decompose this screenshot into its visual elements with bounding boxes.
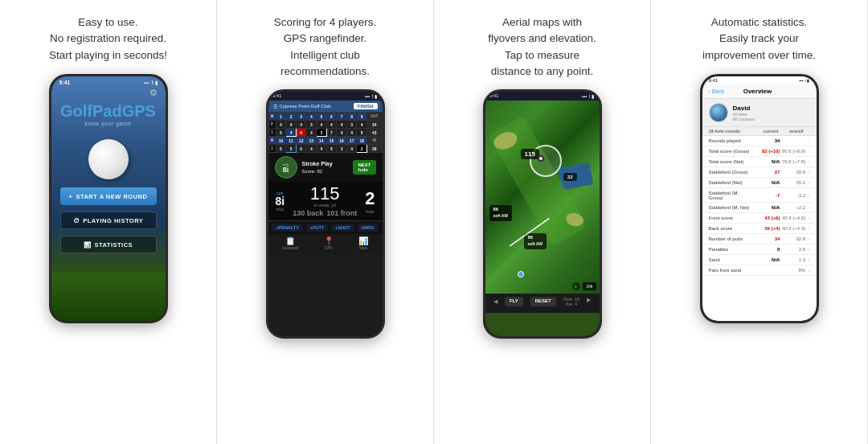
back-button[interactable]: ‹ Back — [709, 88, 725, 94]
row-overall: 8% — [780, 268, 805, 273]
row-current: 82 (+10) — [755, 149, 780, 154]
phone-3-status-bar: 9:41 ▪▪▪ ⌇ ▮ — [485, 92, 600, 101]
row-label: Total score (Gross) — [709, 149, 755, 154]
distance-display: 115 to center, yd 130 back 101 front — [293, 185, 357, 217]
status-time: 9:41 — [59, 80, 71, 85]
row-chevron-icon: › — [808, 159, 809, 165]
nav-gps[interactable]: 📍 GPS — [324, 236, 334, 250]
row-overall: 1.3 — [780, 257, 805, 262]
table-row[interactable]: Sand N/A 1.3 › — [702, 255, 817, 265]
aerial-map[interactable]: 115 32 86soft AW 86soft AW 29ft i — [485, 101, 600, 294]
finish-button[interactable]: FINISH — [354, 103, 378, 109]
row-overall: 29.6 — [780, 170, 805, 175]
gear-icon[interactable]: ⚙ — [149, 88, 158, 98]
panel-4-caption: Automatic statistics. Easily track your … — [702, 14, 816, 64]
row-label: Stableford (Gross) — [709, 170, 755, 175]
gps-icon: 📍 — [324, 236, 334, 245]
start-new-round-button[interactable]: + START A NEW ROUND — [60, 187, 157, 205]
fly-button[interactable]: FLY — [505, 297, 523, 306]
row-overall: -3.2 — [780, 193, 805, 198]
status-time-4: 9:41 — [709, 78, 719, 83]
hole-pin — [538, 155, 544, 162]
row-chevron-icon: › — [808, 138, 809, 144]
row-label: Stableford (Net) — [709, 180, 755, 185]
dist-label-32: 32 — [563, 173, 577, 181]
phone-4-status-bar: 9:41 ▪▪▪ ⌇ ▮ — [702, 76, 817, 84]
profile-name: David — [733, 105, 755, 112]
table-row[interactable]: Pars from sand 8% › — [702, 265, 817, 276]
phone-4: 9:41 ▪▪▪ ⌇ ▮ ‹ Back Overview David All t… — [700, 74, 819, 323]
putt-button[interactable]: +PUTT — [306, 224, 329, 232]
avatar — [709, 103, 728, 122]
row-label: Front score — [709, 216, 755, 220]
signal-2: ▪▪▪ ⌇ ▮ — [365, 93, 378, 99]
distance-number: 115 — [310, 185, 340, 203]
menu-icon: ☰ — [273, 104, 277, 109]
row-current: 43 (+6) — [755, 216, 780, 220]
table-row[interactable]: Stableford (Gross) 27 29.6 › — [702, 167, 817, 178]
row-current: 27 — [755, 170, 780, 175]
info-button[interactable]: i — [572, 282, 580, 290]
penalty-button[interactable]: +PENALTY — [272, 224, 302, 232]
row-current: N/A — [755, 205, 780, 210]
row-overall: 40.2 (+4.3) — [780, 226, 805, 231]
playing-history-button[interactable]: ⏱ PLAYING HISTORY — [60, 212, 157, 229]
stats-header: ‹ Back Overview — [702, 84, 817, 99]
signal-icon: ▪▪▪ — [144, 80, 149, 85]
panel-1-caption: Easy to use. No registration required. S… — [49, 14, 167, 64]
table-row[interactable]: Stableford (Net) N/A 35.2 › — [702, 178, 817, 188]
row-chevron-icon: › — [808, 216, 809, 221]
table-row[interactable]: Total score (Gross) 82 (+10) 80.6 (+8.9)… — [702, 146, 817, 157]
golf-ball-image — [88, 139, 129, 179]
shot-button[interactable]: +SHOT — [331, 224, 354, 232]
table-row[interactable]: Stableford (M, Gross) -7 -3.2 › — [702, 188, 817, 203]
row-current: -7 — [755, 193, 780, 198]
club-display: soft 8i club — [276, 191, 285, 212]
logo-text-golf: Golf — [60, 102, 92, 120]
row-overall: 80.6 (+8.9) — [780, 149, 805, 154]
panel-1: Easy to use. No registration required. S… — [0, 0, 217, 444]
nav-stats[interactable]: 📊 Stats — [358, 236, 368, 250]
hole-info: hole — [365, 209, 375, 214]
phone-3-screen: 9:41 ▪▪▪ ⌇ ▮ 115 32 86soft AW 86soft AW — [485, 92, 600, 336]
row-current: 0 — [755, 247, 780, 252]
course-name: Cypress Point Golf Club — [280, 104, 331, 109]
undo-button[interactable]: UNDO — [357, 224, 378, 232]
table-row[interactable]: Penalties 0 2.6 › — [702, 245, 817, 255]
hole-number: 2 — [365, 188, 375, 209]
overview-title: Overview — [724, 88, 790, 95]
col-label-metric: 18-hole rounds — [709, 129, 754, 134]
phone-1: 9:41 ▪▪▪ ⌇ ▮ ⚙ GolfPadGPS know your game… — [49, 74, 168, 323]
table-row[interactable]: Stableford (M, Net) N/A +2.2 › — [702, 203, 817, 213]
statistics-label: STATISTICS — [94, 241, 133, 249]
reset-button[interactable]: RESET — [530, 297, 556, 306]
club-icon: soft 8i — [275, 156, 297, 179]
elevation-badge: 29ft — [583, 282, 596, 290]
club-subtitle: soft — [283, 162, 289, 166]
row-current: 34 — [755, 236, 780, 241]
tagline: know your game — [84, 121, 131, 126]
back-label: Back — [712, 88, 725, 94]
phone-3: 9:41 ▪▪▪ ⌇ ▮ 115 32 86soft AW 86soft AW — [483, 89, 602, 339]
row-current: 39 (+4) — [755, 226, 780, 231]
statistics-button[interactable]: 📊 STATISTICS — [60, 236, 157, 253]
user-profile-area: David All time All courses — [702, 99, 817, 127]
row-chevron-icon: › — [808, 180, 809, 186]
nav-scorecard[interactable]: 📋 Scorecard — [282, 236, 299, 250]
table-row[interactable]: Number of putts 34 32.8 › — [702, 234, 817, 245]
next-hole-button[interactable]: NEXThole — [353, 160, 375, 175]
wifi-icon: ⌇ — [151, 80, 154, 85]
stats-rows-container[interactable]: Rounds played 34 › Total score (Gross) 8… — [702, 136, 817, 276]
table-row[interactable]: Back score 39 (+4) 40.2 (+4.3) › — [702, 224, 817, 234]
hole-number-display: 2 hole — [365, 188, 375, 214]
course-name-area: ☰ Cypress Point Golf Club — [273, 104, 331, 109]
playing-history-label: PLAYING HISTORY — [83, 217, 143, 224]
profile-line2: All courses — [733, 117, 755, 121]
logo-text-pad: Pad — [92, 102, 122, 120]
table-row[interactable]: Rounds played 34 › — [702, 136, 817, 146]
map-control-buttons: ◀ FLY RESET Hole: 18 Par: 4 ▶ — [490, 297, 595, 306]
table-row[interactable]: Total score (Net) N/A 79.8 (+7.8) › — [702, 157, 817, 167]
phone-1-screen: 9:41 ▪▪▪ ⌇ ▮ ⚙ GolfPadGPS know your game… — [51, 76, 166, 321]
phone-2-screen: 9:41 ▪▪▪ ⌇ ▮ ☰ Cypress Point Golf Club F… — [268, 92, 383, 336]
table-row[interactable]: Front score 43 (+6) 40.4 (+4.6) › — [702, 213, 817, 224]
